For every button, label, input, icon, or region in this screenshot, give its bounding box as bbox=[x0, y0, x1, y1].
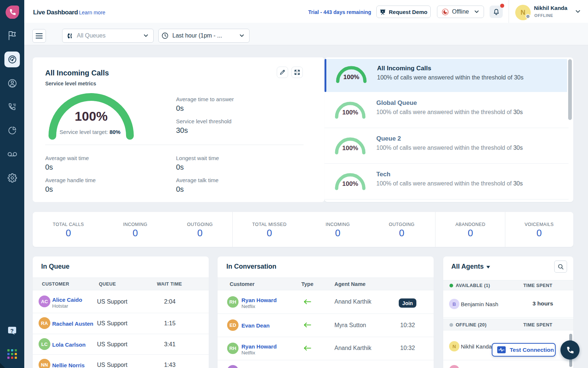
svg-text:?: ? bbox=[10, 328, 14, 334]
